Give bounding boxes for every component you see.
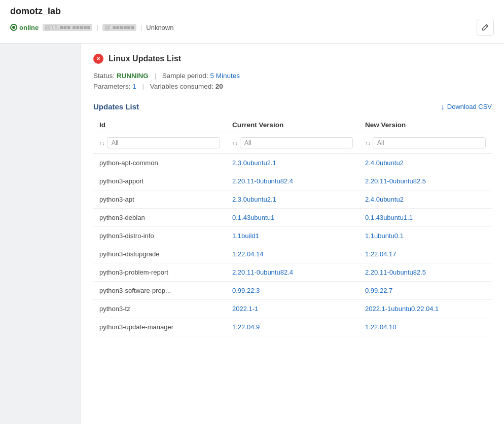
status-dot-inner — [12, 26, 15, 29]
variables-consumed-value: 20 — [215, 83, 223, 90]
cell-current-version: 2.20.11-0ubuntu82.4 — [226, 263, 359, 282]
table-body: python-apt-common2.3.0ubuntu2.12.4.0ubun… — [93, 154, 492, 336]
sep2: | — [142, 83, 146, 90]
sample-period-link[interactable]: 5 Minutes — [210, 72, 240, 80]
cell-current-version: 2022.1-1 — [226, 300, 359, 318]
table-row: python3-apport2.20.11-0ubuntu82.42.20.11… — [93, 172, 492, 190]
sample-period-label: Sample period: — [162, 72, 208, 80]
cell-id: python3-update-manager — [93, 318, 226, 336]
top-bar: domotz_lab online @18.■■■ ■■■■■ | @ ■■■■… — [0, 0, 504, 44]
cell-id: python3-software-prop... — [93, 282, 226, 300]
status-online: online — [10, 24, 39, 31]
cell-id: python3-apt — [93, 190, 226, 209]
cell-new-version: 2.20.11-0ubuntu82.5 — [359, 172, 492, 190]
separator-2: | — [140, 24, 142, 31]
status-dot-icon — [10, 24, 17, 31]
status-row: Status: RUNNING | Sample period: 5 Minut… — [93, 72, 492, 80]
download-csv-button[interactable]: ↓ Download CSV — [441, 102, 492, 111]
section-header: Updates List ↓ Download CSV — [93, 102, 492, 111]
device-meta: online @18.■■■ ■■■■■ | @ ■■■■■■ | Unknow… — [10, 19, 494, 36]
cell-id: python3-apport — [93, 172, 226, 190]
cell-new-version: 2.4.0ubuntu2 — [359, 154, 492, 172]
cell-current-version: 1.1build1 — [226, 227, 359, 245]
table-row: python3-tz2022.1-12022.1-1ubuntu0.22.04.… — [93, 300, 492, 318]
cell-id: python3-distupgrade — [93, 245, 226, 263]
cell-id: python-apt-common — [93, 154, 226, 172]
sidebar — [0, 44, 81, 424]
cell-new-version: 0.1.43ubuntu1.1 — [359, 209, 492, 227]
panel-title: Linux Updates List — [109, 54, 181, 63]
separator-1: | — [96, 24, 98, 31]
device-name: domotz_lab — [10, 6, 494, 17]
cell-id: python3-tz — [93, 300, 226, 318]
cell-new-version: 1:22.04.17 — [359, 245, 492, 263]
cell-current-version: 2.20.11-0ubuntu82.4 — [226, 172, 359, 190]
section-title: Updates List — [93, 102, 139, 111]
table-row: python3-apt2.3.0ubuntu2.12.4.0ubuntu2 — [93, 190, 492, 209]
cell-new-version: 0.99.22.7 — [359, 282, 492, 300]
col-current: Current Version — [226, 117, 359, 132]
main-content: × Linux Updates List Status: RUNNING | S… — [0, 44, 504, 424]
table-row: python3-update-manager1:22.04.91:22.04.1… — [93, 318, 492, 336]
cell-current-version: 2.3.0ubuntu2.1 — [226, 190, 359, 209]
close-panel-button[interactable]: × — [93, 54, 103, 64]
cell-new-version: 1.1ubuntu0.1 — [359, 227, 492, 245]
table-row: python3-debian0.1.43ubuntu10.1.43ubuntu1… — [93, 209, 492, 227]
download-icon: ↓ — [441, 102, 445, 111]
parameters-value[interactable]: 1 — [132, 83, 136, 90]
variables-consumed-label: Variables consumed: — [150, 83, 213, 90]
pencil-icon — [482, 24, 489, 31]
table-header-row: Id Current Version New Version — [93, 117, 492, 132]
filter-id-input[interactable] — [107, 137, 220, 148]
edit-button[interactable] — [477, 19, 494, 36]
content-area: × Linux Updates List Status: RUNNING | S… — [81, 44, 504, 424]
status-text: online — [19, 24, 39, 31]
cell-current-version: 2.3.0ubuntu2.1 — [226, 154, 359, 172]
sort-new-icon[interactable]: ↑↓ — [365, 140, 371, 146]
close-icon-symbol: × — [96, 55, 100, 62]
table-row: python-apt-common2.3.0ubuntu2.12.4.0ubun… — [93, 154, 492, 172]
cell-new-version: 2022.1-1ubuntu0.22.04.1 — [359, 300, 492, 318]
cell-id: python3-problem-report — [93, 263, 226, 282]
cell-current-version: 1:22.04.9 — [226, 318, 359, 336]
cell-current-version: 1:22.04.14 — [226, 245, 359, 263]
filter-id-cell: ↑↓ — [93, 132, 226, 154]
status-label: Status: — [93, 72, 115, 80]
filter-current-cell: ↑↓ — [226, 132, 359, 154]
cell-current-version: 0.99.22.3 — [226, 282, 359, 300]
table-row: python3-problem-report2.20.11-0ubuntu82.… — [93, 263, 492, 282]
ip-address: @18.■■■ ■■■■■ — [43, 24, 92, 31]
filter-row: ↑↓ ↑↓ ↑↓ — [93, 132, 492, 154]
updates-table: Id Current Version New Version ↑↓ ↑↓ — [93, 117, 492, 336]
download-csv-label: Download CSV — [447, 103, 492, 110]
cell-new-version: 2.4.0ubuntu2 — [359, 190, 492, 209]
location-label: Unknown — [146, 24, 173, 31]
col-id: Id — [93, 117, 226, 132]
col-new: New Version — [359, 117, 492, 132]
table-row: python3-distupgrade1:22.04.141:22.04.17 — [93, 245, 492, 263]
filter-current-input[interactable] — [240, 137, 353, 148]
cell-id: python3-debian — [93, 209, 226, 227]
sort-current-icon[interactable]: ↑↓ — [232, 140, 238, 146]
status-value: RUNNING — [117, 72, 149, 80]
hostname: @ ■■■■■■ — [102, 24, 136, 31]
table-row: python3-software-prop...0.99.22.30.99.22… — [93, 282, 492, 300]
filter-new-input[interactable] — [373, 137, 486, 148]
filter-new-cell: ↑↓ — [359, 132, 492, 154]
sep1: | — [155, 72, 158, 80]
cell-new-version: 2.20.11-0ubuntu82.5 — [359, 263, 492, 282]
panel-header: × Linux Updates List — [93, 54, 492, 64]
cell-current-version: 0.1.43ubuntu1 — [226, 209, 359, 227]
cell-new-version: 1:22.04.10 — [359, 318, 492, 336]
cell-id: python3-distro-info — [93, 227, 226, 245]
table-row: python3-distro-info1.1build11.1ubuntu0.1 — [93, 227, 492, 245]
parameters-label: Parameters: — [93, 83, 131, 90]
sort-id-icon[interactable]: ↑↓ — [99, 140, 105, 146]
parameters-row: Parameters: 1 | Variables consumed: 20 — [93, 83, 492, 90]
